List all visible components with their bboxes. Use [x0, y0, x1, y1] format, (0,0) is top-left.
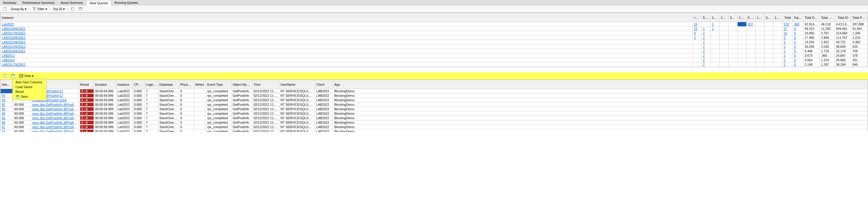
instance-link[interactable]: LAB2017NODE2	[2, 31, 25, 35]
count-link[interactable]: 2	[703, 58, 705, 62]
column-header[interactable]: Total Physical IO	[851, 13, 868, 22]
session-id-link[interactable]: 88	[2, 112, 5, 115]
session-id-link[interactable]: 80	[2, 116, 5, 120]
column-header[interactable]: Logical Reads	[145, 80, 158, 89]
query-text-link[interactable]: exec dbo.GetPostInfo @PostId=1016	[32, 112, 79, 115]
count-link[interactable]: 2	[703, 45, 705, 48]
table-row[interactable]: Lab202215115330757638042,914.59149.1184,…	[1, 22, 868, 27]
tab-summary[interactable]: Summary	[0, 0, 20, 6]
column-header[interactable]: App	[333, 80, 868, 89]
count-link[interactable]: 5	[784, 36, 785, 39]
count-link[interactable]: 307	[748, 23, 753, 26]
column-header[interactable]: Event Type	[206, 80, 231, 89]
count-link[interactable]: 1	[712, 27, 714, 31]
copy-icon[interactable]	[69, 7, 76, 11]
session-id-link[interactable]: 67	[2, 130, 5, 132]
table-row[interactable]: 97tPostInfo @PostId=122 - Abort00:00:59.…	[1, 94, 868, 98]
count-link[interactable]: 2	[784, 40, 785, 44]
count-link[interactable]: 2	[703, 31, 705, 35]
table-row[interactable]: 9160.000exec dbo.GetPostInfo @PostId=986…	[1, 103, 868, 107]
column-header[interactable]: Client	[315, 80, 333, 89]
column-header[interactable]: Failed	[793, 13, 803, 22]
view-menu-reset[interactable]: Reset	[12, 89, 46, 94]
table-row[interactable]: 8860.000exec dbo.GetPostInfo @PostId=101…	[1, 111, 868, 116]
count-link[interactable]: 27	[784, 27, 787, 31]
table-row[interactable]: 9060.000exec dbo.GetPostInfo @PostId=112…	[1, 107, 868, 111]
column-header[interactable]: Database	[158, 80, 179, 89]
instance-link[interactable]: LAB2014	[2, 58, 14, 62]
session-id-link[interactable]: 90	[2, 107, 5, 111]
table-row[interactable]: 8760.000exec dbo.GetPostInfo @PostId=122…	[1, 125, 868, 129]
count-link[interactable]: 0	[794, 31, 796, 35]
column-header[interactable]: 10-30 min	[755, 13, 765, 22]
count-link[interactable]: 2	[784, 63, 785, 66]
count-link[interactable]: 0	[794, 45, 796, 48]
table-row[interactable]: 8060.000exec dbo.GetPostInfo @PostId=986…	[1, 116, 868, 120]
column-header[interactable]: 5-10 min	[747, 13, 755, 22]
instance-link[interactable]: LAB2012NODE2	[2, 40, 25, 44]
column-header[interactable]: Total	[782, 13, 793, 22]
table-row[interactable]: LAB2017NODE12202.1481.29730,284546	[1, 63, 868, 67]
query-text-link[interactable]: exec dbo.GetPostInfo @PostId=12	[32, 125, 79, 129]
count-link[interactable]: 8	[694, 31, 696, 35]
count-link[interactable]: 10	[784, 31, 787, 35]
table-row[interactable]: LAB2012NODE222013.2541.92243,7314,382	[1, 40, 868, 44]
count-link[interactable]: 2	[703, 36, 705, 39]
column-header[interactable]: Session ID	[1, 80, 13, 89]
table-row[interactable]: 9660.000exec dbo.GetPostInfo @PostId=122…	[1, 120, 868, 125]
column-header[interactable]: <5 sec	[693, 13, 702, 22]
column-header[interactable]: Instance	[116, 80, 133, 89]
column-header[interactable]: Instance	[1, 13, 693, 22]
column-header[interactable]: 30-60 sec	[728, 13, 738, 22]
column-header[interactable]: 5-10 sec	[702, 13, 711, 22]
new-icon[interactable]	[2, 7, 8, 11]
table-row[interactable]: LAB2017NODE28210023.0053.797214,6601,336	[1, 31, 868, 36]
table-row[interactable]: 6760.000exec dbo.GetPostInfo @PostId=107…	[1, 129, 868, 132]
count-link[interactable]: 2	[703, 63, 705, 66]
count-link[interactable]: 380	[794, 23, 800, 26]
count-link[interactable]: 0	[794, 27, 796, 31]
count-link[interactable]: 0	[794, 58, 796, 62]
session-id-link[interactable]: 87	[2, 125, 5, 129]
view-menu-save[interactable]: Save	[12, 94, 46, 100]
count-link[interactable]: 0	[794, 49, 796, 53]
session-id-link[interactable]: 69	[2, 98, 5, 102]
filter-dropdown[interactable]: Filter ▾	[31, 7, 48, 11]
group-by-dropdown[interactable]: Group By ▾	[9, 7, 28, 11]
column-header[interactable]: Total Duration (sec)	[803, 13, 820, 22]
query-text-link[interactable]: exec dbo.GetPostInfo @PostId=986	[32, 116, 79, 120]
query-text-link[interactable]: exec dbo.GetPostInfo @PostId=11	[32, 107, 79, 111]
top-n-dropdown[interactable]: Top 20 ▾	[52, 7, 66, 11]
export-icon[interactable]	[77, 7, 84, 11]
count-link[interactable]: 2	[703, 40, 705, 44]
query-text-link[interactable]: exec dbo.GetPostInfo @PostId=986	[32, 103, 79, 106]
column-header[interactable]: Writes	[194, 80, 206, 89]
count-link[interactable]: 0	[794, 40, 796, 44]
tab-running-queries[interactable]: Running Queries	[112, 0, 141, 6]
instance-link[interactable]: Lab2022	[2, 23, 14, 26]
count-link[interactable]: 153	[739, 23, 744, 26]
instance-link[interactable]: LAB2016NODE1	[2, 49, 25, 53]
column-header[interactable]: Result	[79, 80, 94, 89]
table-row[interactable]: tPostInfo @PostId=122 - Abort00:00:59.99…	[1, 89, 868, 94]
column-header[interactable]: 30-60 min	[765, 13, 774, 22]
count-link[interactable]: 1	[712, 23, 714, 26]
count-link[interactable]: 2	[784, 58, 785, 62]
view-menu-auto-size-columns[interactable]: Auto Size Columns	[12, 80, 46, 84]
count-link[interactable]: 2	[784, 49, 785, 53]
instance-link[interactable]: LAB2012	[2, 54, 14, 57]
count-link[interactable]: 0	[794, 63, 796, 66]
table-row[interactable]: LAB20122203.673.86024,897376	[1, 53, 868, 58]
table-row[interactable]: LAB2016NODE2325017.4652.969111,7671,223	[1, 36, 868, 40]
count-link[interactable]: 0	[794, 36, 796, 39]
table-row[interactable]: LAB2019NODE1251127049.31311.292949,46161…	[1, 27, 868, 31]
column-header[interactable]: UserName	[279, 80, 315, 89]
column-header[interactable]: 1-5 min	[738, 13, 747, 22]
column-header[interactable]: 20-30 sec	[720, 13, 728, 22]
count-link[interactable]: 2	[784, 54, 785, 57]
column-header[interactable]: Duration	[94, 80, 116, 89]
count-link[interactable]: 576	[784, 23, 789, 26]
count-link[interactable]: 15	[694, 23, 698, 26]
instance-link[interactable]: LAB2016NODE2	[2, 36, 25, 39]
view-dropdown-button[interactable]: View ▾	[17, 73, 36, 79]
